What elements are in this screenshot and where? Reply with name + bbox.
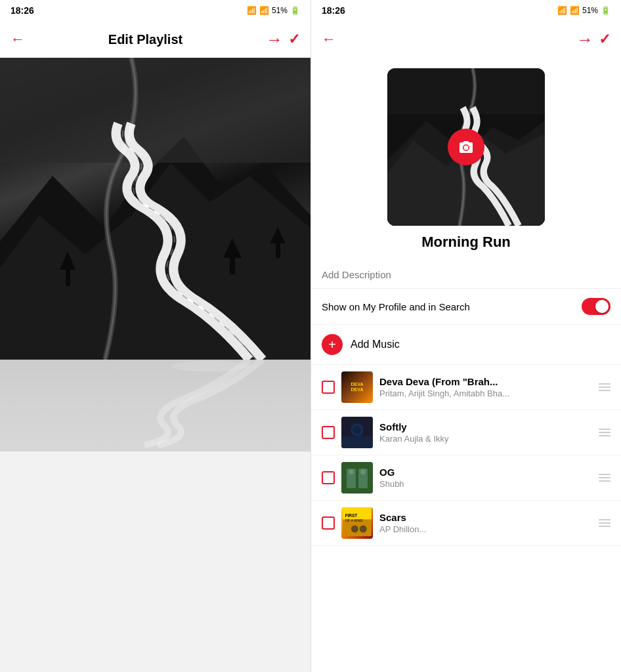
song-title-4: Scars xyxy=(379,512,592,523)
right-actions-left: → ✓ xyxy=(266,30,300,50)
song-checkbox-4[interactable] xyxy=(322,516,335,530)
top-bar-right: ← → ✓ xyxy=(311,21,621,58)
song-item-2: Softly Karan Aujla & Ikky xyxy=(311,410,621,455)
status-time-right: 18:26 xyxy=(322,5,345,16)
svg-text:FIRST: FIRST xyxy=(345,513,358,518)
song-artist-3: Shubh xyxy=(379,479,592,489)
song-info-4: Scars AP Dhillon... xyxy=(379,512,592,534)
status-icons-left: 📶 📶 51% 🔋 xyxy=(247,6,300,15)
song-info-2: Softly Karan Aujla & Ikky xyxy=(379,421,592,444)
battery-icon-left: 🔋 xyxy=(290,6,300,15)
song-thumb-2 xyxy=(341,417,373,448)
song-artist-2: Karan Aujla & Ikky xyxy=(379,434,592,444)
road-svg-left xyxy=(0,58,310,360)
drag-handle-3[interactable] xyxy=(599,474,610,482)
drag-handle-1[interactable] xyxy=(599,383,610,391)
arrow-icon-left: → xyxy=(266,30,283,50)
svg-rect-7 xyxy=(66,268,70,286)
svg-point-29 xyxy=(351,526,358,533)
song-title-1: Deva Deva (From "Brah... xyxy=(379,376,592,387)
status-bar-right: 18:26 📶 📶 51% 🔋 xyxy=(311,0,621,21)
signal-icon-right: 📶 xyxy=(570,6,580,15)
camera-icon xyxy=(458,140,474,154)
song-thumb-3 xyxy=(341,462,373,494)
svg-point-18 xyxy=(353,426,361,434)
right-panel: 18:26 📶 📶 51% 🔋 ← → ✓ xyxy=(311,0,621,672)
song-item-1: DEVADEVA Deva Deva (From "Brah... Pritam… xyxy=(311,365,621,410)
top-bar-left: ← Edit Playlist → ✓ xyxy=(0,21,310,58)
svg-point-30 xyxy=(360,526,367,533)
back-button-left[interactable]: ← xyxy=(11,31,25,48)
svg-text:OF A KIND: OF A KIND xyxy=(345,518,363,522)
add-music-label: Add Music xyxy=(351,339,400,350)
song-title-3: OG xyxy=(379,467,592,478)
check-button-left[interactable]: ✓ xyxy=(288,31,300,48)
battery-text-right: 51% xyxy=(582,6,598,15)
thumb-softly xyxy=(341,417,373,448)
wifi-icon: 📶 xyxy=(247,6,257,15)
song-checkbox-3[interactable] xyxy=(322,471,335,484)
svg-rect-19 xyxy=(341,436,373,448)
song-item-4: FIRST OF A KIND Scars AP Dhillon... xyxy=(311,501,621,546)
wifi-icon-right: 📶 xyxy=(557,6,567,15)
add-music-button[interactable]: + xyxy=(322,334,343,355)
svg-rect-5 xyxy=(276,242,280,258)
reflection-svg xyxy=(0,360,310,452)
svg-point-23 xyxy=(349,469,354,474)
svg-rect-9 xyxy=(0,360,310,452)
back-button-right[interactable]: ← xyxy=(322,31,336,48)
drag-handle-2[interactable] xyxy=(599,429,610,436)
camera-overlay-button[interactable] xyxy=(448,129,484,165)
image-area-left xyxy=(0,58,310,452)
check-button-right[interactable]: ✓ xyxy=(599,31,610,48)
svg-rect-20 xyxy=(341,462,373,494)
cover-image-wrapper[interactable] xyxy=(387,68,545,226)
song-checkbox-2[interactable] xyxy=(322,426,335,439)
song-info-1: Deva Deva (From "Brah... Pritam, Arijit … xyxy=(379,376,592,398)
playlist-name: Morning Run xyxy=(421,234,511,251)
svg-point-15 xyxy=(464,146,469,150)
signal-icon: 📶 xyxy=(259,6,269,15)
status-time-left: 18:26 xyxy=(11,5,34,16)
add-music-row[interactable]: + Add Music xyxy=(311,325,621,365)
song-thumb-1: DEVADEVA xyxy=(341,371,373,403)
left-panel: 18:26 📶 📶 51% 🔋 ← Edit Playlist → ✓ xyxy=(0,0,310,672)
arrow-icon-right: → xyxy=(576,30,593,50)
svg-point-10 xyxy=(171,361,249,371)
song-artist-4: AP Dhillon... xyxy=(379,524,592,534)
status-icons-right: 📶 📶 51% 🔋 xyxy=(557,6,610,15)
song-title-2: Softly xyxy=(379,421,592,432)
song-artist-1: Pritam, Arijit Singh, Amitabh Bha... xyxy=(379,388,592,398)
status-bar-left: 18:26 📶 📶 51% 🔋 xyxy=(0,0,310,21)
battery-icon-right: 🔋 xyxy=(601,6,610,15)
svg-point-24 xyxy=(360,469,366,474)
playlist-cover-section: Morning Run xyxy=(311,58,621,261)
svg-rect-2 xyxy=(0,58,310,163)
mountain-image-left xyxy=(0,58,310,360)
song-checkbox-1[interactable] xyxy=(322,381,335,394)
description-input[interactable] xyxy=(311,261,621,289)
toggle-label: Show on My Profile and in Search xyxy=(322,301,470,312)
toggle-row: Show on My Profile and in Search xyxy=(311,289,621,325)
toggle-knob xyxy=(595,300,609,313)
thumb-scars: FIRST OF A KIND xyxy=(341,507,373,539)
song-info-3: OG Shubh xyxy=(379,467,592,489)
page-title-left: Edit Playlist xyxy=(108,32,182,47)
song-list: DEVADEVA Deva Deva (From "Brah... Pritam… xyxy=(311,365,621,672)
thumb-deva: DEVADEVA xyxy=(341,371,373,403)
drag-handle-4[interactable] xyxy=(599,519,610,527)
song-thumb-4: FIRST OF A KIND xyxy=(341,507,373,539)
song-item-3: OG Shubh xyxy=(311,455,621,501)
toggle-switch[interactable] xyxy=(582,298,610,315)
right-actions-right: → ✓ xyxy=(576,30,610,50)
reflection-area xyxy=(0,360,310,452)
thumb-og xyxy=(341,462,373,494)
battery-text-left: 51% xyxy=(272,6,288,15)
